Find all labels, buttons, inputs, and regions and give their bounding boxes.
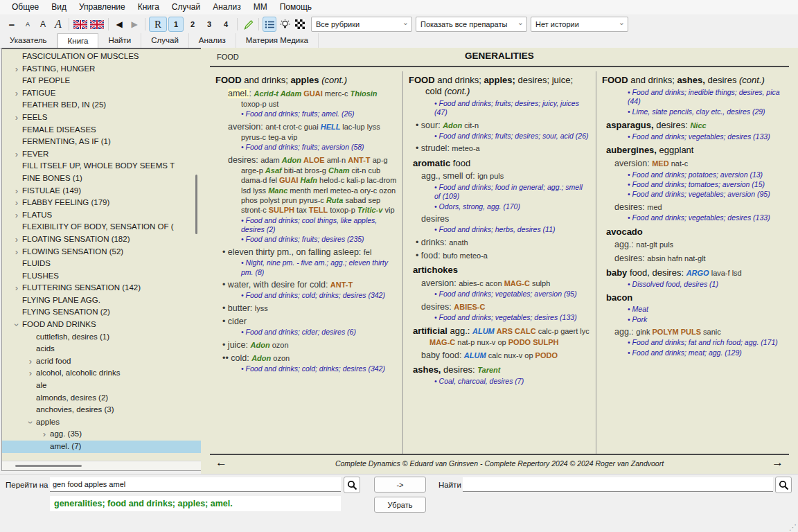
remedy[interactable]: Thiosin <box>350 89 377 98</box>
rubric[interactable]: • drinks: anath <box>409 237 590 248</box>
chevron-right-icon[interactable]: › <box>25 355 36 368</box>
remedy[interactable]: ARS <box>497 327 515 335</box>
chevron-right-icon[interactable]: › <box>11 185 22 197</box>
chevron-down-icon[interactable]: › <box>24 417 37 428</box>
tab-5[interactable]: Материя Медика <box>236 33 319 48</box>
horizontal-scrollbar-thumb[interactable] <box>15 465 82 467</box>
remedy[interactable]: Adon <box>251 341 272 349</box>
chevron-right-icon[interactable]: › <box>11 148 22 161</box>
cross-reference[interactable]: • Food and drinks; cool things, like app… <box>241 216 397 235</box>
rubric-subheader[interactable]: bacon <box>602 292 783 303</box>
sidebar-item[interactable]: ale <box>2 380 201 392</box>
remedy[interactable]: stront-c <box>241 206 269 214</box>
cross-reference[interactable]: • Food and drinks; cold; drinks; desires… <box>241 291 397 300</box>
cross-reference[interactable]: • Food and drinks; fruits; desires (235) <box>241 235 397 244</box>
remedy[interactable]: pyrus-c <box>299 196 326 204</box>
remedy[interactable]: Tritic-v <box>357 206 385 214</box>
sidebar-item[interactable]: FLYING PLANE AGG. <box>2 294 201 307</box>
remedy[interactable]: ALUM <box>472 327 497 335</box>
sidebar-item[interactable]: cuttlefish, desires (1) <box>2 331 201 344</box>
remedy[interactable]: sanic <box>703 328 721 336</box>
cross-reference[interactable]: • Food and drinks; inedible things; desi… <box>628 88 783 107</box>
remedy[interactable]: GUAI <box>303 89 325 98</box>
rubric[interactable]: agg.: gink POLYM PULS sanic <box>602 326 783 337</box>
tab-0[interactable]: Указатель <box>0 33 57 48</box>
remedy[interactable]: sulph <box>532 279 550 287</box>
remedy[interactable]: toxop-p <box>330 206 357 214</box>
remedy[interactable]: ANT-T <box>330 281 353 289</box>
remedy[interactable]: helod-c <box>319 176 346 184</box>
menu-item-1[interactable]: Вид <box>45 0 73 15</box>
remedy[interactable]: ign <box>477 172 490 180</box>
remedy[interactable]: ALUM <box>464 351 488 360</box>
bulb-icon[interactable] <box>278 17 292 32</box>
cross-reference[interactable]: • Food and drinks; vegetables; desires (… <box>628 213 783 222</box>
remedy[interactable]: absin <box>647 254 667 263</box>
remedy[interactable]: dama-d <box>241 176 269 184</box>
remedy[interactable]: pyrus-c <box>241 133 268 141</box>
sidebar-item[interactable]: FLEXIBILITY OF BODY, SENSATION OF ( <box>2 221 201 233</box>
rubric[interactable]: desires: absin hafn nat-glt <box>602 253 783 264</box>
rubric[interactable]: aversion: abies-c acon MAG-C sulph <box>409 278 590 289</box>
remedy[interactable]: merc-c <box>325 89 351 98</box>
remedy[interactable]: calc-p <box>538 327 560 335</box>
cross-reference[interactable]: • Food and drinks; fat and rich food; ag… <box>628 338 783 347</box>
remedy[interactable]: lac-lup <box>342 123 366 131</box>
menu-item-0[interactable]: Общее <box>6 0 45 15</box>
rubric-subheader[interactable]: aubergines, eggplant <box>602 145 783 156</box>
remedies-filter-dropdown[interactable]: Показать все препараты ⌄ <box>416 17 527 32</box>
remedy[interactable]: crot-c <box>283 123 304 131</box>
chevron-right-icon[interactable]: › <box>11 233 22 246</box>
remedy[interactable]: Hafn <box>301 176 320 184</box>
remedy[interactable]: phos <box>241 196 260 204</box>
sidebar-item[interactable]: ›alcohol, alcoholic drinks <box>2 367 201 380</box>
remedy[interactable]: ory-c <box>360 186 380 195</box>
sidebar-item[interactable]: ›FLABBY FEELING (179) <box>2 197 201 209</box>
sidebar-item[interactable]: anchovies, desires (3) <box>2 404 201 416</box>
cross-reference[interactable]: • Food and drinks; cider; desires (6) <box>241 328 397 337</box>
remedy[interactable]: tax <box>296 206 309 214</box>
sidebar-item[interactable]: acids <box>2 343 201 355</box>
remedy[interactable]: Acrid-t <box>254 89 281 98</box>
cross-reference[interactable]: • Lime, slate pencils, clay etc., desire… <box>628 107 783 116</box>
back-button[interactable]: ◀ <box>112 17 126 32</box>
chevron-right-icon[interactable]: › <box>11 282 22 294</box>
rubric[interactable]: desires <box>409 213 590 224</box>
remedy[interactable]: lsd <box>241 186 253 195</box>
sidebar-item[interactable]: ›FATIGUE <box>2 87 201 100</box>
sidebar-item[interactable]: ›FLOWING SENSATION (52) <box>2 246 201 258</box>
cross-reference[interactable]: • Food and drinks; vegetables; aversion … <box>434 290 590 299</box>
remedy[interactable]: fel <box>269 176 279 184</box>
goto-input[interactable] <box>50 477 341 492</box>
rubric[interactable]: desires: ABIES-C <box>409 301 590 312</box>
menu-item-6[interactable]: ММ <box>247 0 274 15</box>
remedy[interactable]: ALOE <box>303 156 327 164</box>
cross-reference[interactable]: • Food and drinks; meat; agg. (129) <box>628 348 783 357</box>
remedy[interactable]: Asaf <box>265 166 284 175</box>
remedy[interactable]: nat-glt <box>636 240 659 249</box>
remedy[interactable]: MAG-C <box>429 338 457 346</box>
remedy[interactable]: Adon <box>443 121 464 130</box>
sidebar-item[interactable]: FAT PEOPLE <box>2 75 201 87</box>
remedy[interactable]: vip <box>384 206 394 214</box>
sidebar-item[interactable]: FASCICULATION OF MUSCLES <box>2 51 201 63</box>
remedy[interactable]: PODO <box>508 338 533 346</box>
rubric[interactable]: agg.: nat-glt puls <box>602 239 783 250</box>
sidebar-item[interactable]: ›FEVER <box>2 148 201 161</box>
remedy[interactable]: merl <box>313 186 330 195</box>
remedy[interactable]: Adon <box>282 156 303 164</box>
rubric[interactable]: • eleven thirty pm., on falling asleep: … <box>215 247 397 258</box>
chevron-right-icon[interactable]: › <box>11 246 22 258</box>
remedy[interactable]: puls <box>659 240 673 249</box>
remedy[interactable]: gaert <box>560 327 580 335</box>
remedy[interactable]: toxop-p <box>241 100 269 108</box>
remedy[interactable]: op <box>497 338 508 346</box>
remedy[interactable]: sabad <box>345 196 368 204</box>
rubric[interactable]: • cider <box>215 316 397 327</box>
remedy[interactable]: arge-p <box>241 166 265 175</box>
remedy[interactable]: lava-f <box>711 269 732 277</box>
rubric[interactable]: • sour: Adon cit-n <box>409 120 590 131</box>
remedy[interactable]: HELL <box>321 123 343 131</box>
pencil-icon[interactable] <box>241 17 255 32</box>
remedy[interactable]: nat-c <box>671 159 688 168</box>
